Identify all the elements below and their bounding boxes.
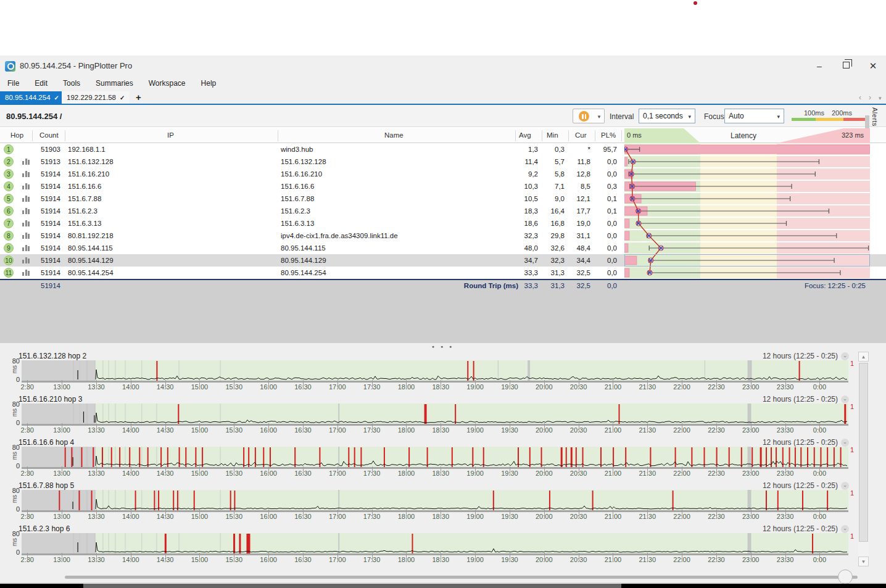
target-bar: 80.95.144.254 / ▾ Interval 0,1 seconds ▾… (0, 105, 886, 127)
cell-name: 151.6.2.3 (281, 207, 310, 215)
x-axis-tick (62, 553, 62, 561)
hop-number-badge: 4 (4, 181, 14, 191)
menu-item-help[interactable]: Help (199, 77, 219, 89)
cell-avg: 33,3 (513, 269, 538, 276)
cell-avg: 18,3 (513, 207, 538, 215)
cell-count: 51914 (35, 244, 60, 252)
hop-detail-graph-icon[interactable] (22, 233, 30, 239)
timeline-plot[interactable] (22, 447, 848, 471)
col-header-min[interactable]: Min (547, 131, 558, 139)
chevron-down-icon[interactable]: ⌄ (841, 395, 849, 404)
menu-item-file[interactable]: File (5, 77, 22, 89)
new-tab-button[interactable]: + (132, 91, 145, 103)
hop-detail-graph-icon[interactable] (22, 196, 30, 202)
timeline-loss-counter: 1 (850, 489, 854, 497)
hop-detail-graph-icon[interactable] (22, 270, 30, 276)
x-axis-tick (27, 553, 28, 561)
timeline-graphs-region: 151.6.132.128 hop 212 hours (12:25 - 0:2… (0, 352, 886, 588)
x-axis-tick (27, 510, 28, 518)
menu-item-tools[interactable]: Tools (60, 77, 83, 89)
x-axis-tick (199, 380, 200, 389)
close-button[interactable]: ✕ (864, 59, 882, 73)
cell-min: 16,8 (541, 220, 565, 227)
x-axis-tick (510, 553, 510, 561)
col-header-latency[interactable]: 0 ms Latency 323 ms (624, 128, 870, 143)
x-axis-tick (751, 380, 751, 389)
menu-item-summaries[interactable]: Summaries (93, 77, 136, 89)
cell-count: 51913 (35, 158, 60, 165)
x-axis-tick (716, 553, 717, 561)
screen: 80.95.144.254 - PingPlotter Pro – ✕ File… (0, 0, 886, 588)
x-axis-tick (62, 510, 62, 518)
timeline-graph-hop[interactable]: 151.6.16.210 hop 312 hours (12:25 - 0:25… (0, 395, 886, 438)
timeline-plot[interactable] (22, 533, 848, 558)
x-axis-tick (441, 423, 441, 432)
chevron-down-icon[interactable]: ⌄ (841, 482, 849, 490)
vertical-scrollbar-thumb[interactable] (859, 363, 868, 542)
timeline-graph-hop[interactable]: 151.6.132.128 hop 212 hours (12:25 - 0:2… (0, 352, 886, 395)
tab-scroll-left-icon[interactable]: ‹ (859, 93, 861, 102)
menu-item-workspace[interactable]: Workspace (146, 77, 188, 89)
cell-ip: 80.81.192.218 (68, 232, 114, 239)
col-header-ip[interactable]: IP (167, 131, 174, 139)
cell-pl: 0,3 (594, 183, 617, 190)
hop-detail-graph-icon[interactable] (22, 208, 30, 214)
chevron-down-icon[interactable]: ⌄ (841, 352, 849, 360)
cell-avg: 10,3 (513, 183, 538, 190)
minimize-button[interactable]: – (810, 59, 829, 73)
vertical-scrollbar[interactable]: ▲ ▼ (858, 352, 869, 566)
hop-detail-graph-icon[interactable] (22, 257, 30, 263)
latency-graph-column[interactable] (624, 143, 870, 279)
hop-detail-graph-icon[interactable] (22, 220, 30, 226)
chevron-down-icon: ▾ (777, 114, 780, 120)
col-header-cur[interactable]: Cur (575, 131, 587, 139)
hop-number-badge: 1 (4, 144, 14, 154)
pane-splitter[interactable]: ● ● ● (0, 343, 886, 352)
timeline-graph-hop[interactable]: 151.6.7.88 hop 512 hours (12:25 - 0:25)⌄… (0, 481, 886, 524)
hop-detail-graph-icon[interactable] (22, 183, 30, 189)
interval-select[interactable]: 0,1 seconds ▾ (639, 109, 695, 123)
col-header-avg[interactable]: Avg (519, 131, 531, 139)
col-header-hop[interactable]: Hop (10, 131, 23, 139)
timeline-plot[interactable] (22, 404, 848, 428)
timeline-graph-hop[interactable]: 151.6.2.3 hop 612 hours (12:25 - 0:25)⌄8… (0, 524, 886, 568)
alerts-side-tab[interactable]: Alerts (871, 107, 879, 126)
tab-192.229.221.58[interactable]: 192.229.221.58✓ (62, 91, 130, 104)
chevron-down-icon[interactable]: ⌄ (841, 525, 849, 533)
timeline-slider-track[interactable] (65, 576, 858, 579)
col-header-pl[interactable]: PL% (601, 131, 616, 139)
restore-button[interactable] (843, 62, 850, 68)
hop-detail-graph-icon[interactable] (22, 171, 30, 177)
cell-pl: 0,0 (594, 158, 617, 165)
scroll-up-icon[interactable]: ▲ (858, 352, 869, 362)
scroll-down-icon[interactable]: ▼ (858, 557, 869, 566)
x-axis-tick (682, 380, 682, 389)
timeline-graph-hop[interactable]: 151.6.16.6 hop 412 hours (12:25 - 0:25)⌄… (0, 438, 886, 481)
cell-count: 51914 (35, 232, 60, 239)
col-header-count[interactable]: Count (39, 131, 59, 139)
tab-list-dropdown-icon[interactable]: ▾ (879, 95, 882, 101)
timeline-plot[interactable] (22, 490, 848, 515)
col-header-name[interactable]: Name (384, 131, 404, 139)
check-icon: ✓ (54, 94, 59, 101)
cell-count: 51914 (35, 269, 60, 276)
cell-cur: 32,5 (567, 269, 590, 276)
focus-select[interactable]: Auto ▾ (724, 109, 784, 123)
timeline-plot[interactable] (22, 360, 848, 385)
y-axis-unit-label: ms (11, 408, 18, 416)
tab-scroll-right-icon[interactable]: › (869, 93, 871, 102)
x-axis-tick (819, 423, 820, 432)
menu-item-edit[interactable]: Edit (32, 77, 50, 89)
cell-pl: 0,0 (594, 269, 617, 276)
focus-range: Focus: 12:25 - 0:25 (742, 282, 866, 289)
y-axis-min-label: 0 (15, 462, 20, 470)
timeline-period-label: 12 hours (12:25 - 0:25) (763, 438, 838, 447)
pause-button[interactable] (573, 109, 595, 123)
hop-number-badge: 3 (4, 169, 14, 179)
chevron-down-icon[interactable]: ⌄ (841, 439, 849, 447)
hop-detail-graph-icon[interactable] (22, 159, 30, 165)
pause-dropdown-icon[interactable]: ▾ (594, 109, 605, 123)
x-axis-tick (579, 380, 579, 389)
hop-detail-graph-icon[interactable] (22, 245, 30, 251)
tab-80.95.144.254[interactable]: 80.95.144.254✓ (0, 91, 64, 104)
